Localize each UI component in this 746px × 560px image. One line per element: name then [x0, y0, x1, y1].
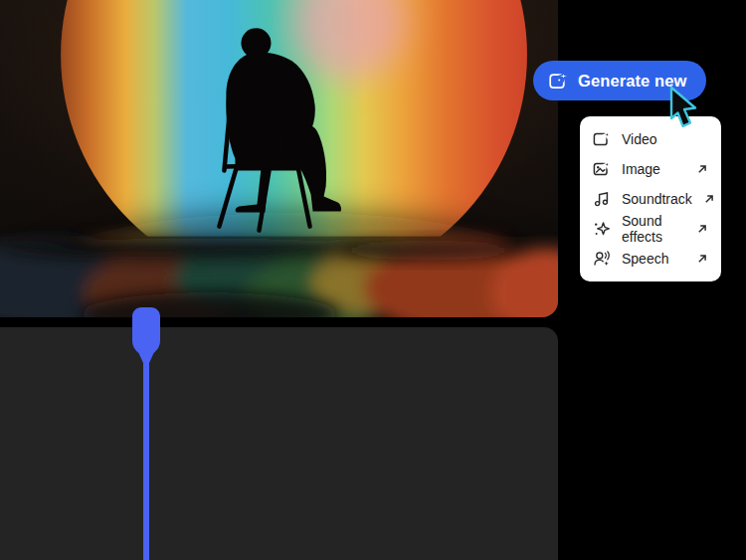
playhead-line[interactable] — [143, 362, 149, 560]
external-link-icon — [696, 163, 708, 175]
soundtrack-icon — [593, 190, 611, 208]
menu-item-soundtrack[interactable]: Soundtrack — [580, 184, 721, 214]
external-link-icon — [696, 223, 708, 235]
menu-item-label: Speech — [622, 251, 668, 267]
menu-item-image[interactable]: Image — [580, 154, 721, 184]
generate-menu: Video Image Soundtrack — [580, 116, 721, 281]
menu-item-label: Video — [622, 131, 657, 147]
timeline-panel: 00:00:29 00:05:15 025C009.mxf — [0, 327, 558, 560]
preview-frame-art — [0, 0, 558, 317]
generate-sparkle-icon — [548, 71, 569, 92]
external-link-icon — [703, 193, 715, 205]
external-link-icon — [696, 253, 708, 265]
playhead-handle[interactable] — [132, 307, 160, 365]
menu-item-label: Image — [622, 161, 660, 177]
menu-item-label: Sound effects — [622, 213, 685, 245]
menu-item-speech[interactable]: Speech — [580, 244, 721, 274]
menu-item-label: Soundtrack — [622, 191, 692, 207]
image-generate-icon — [593, 160, 611, 178]
video-preview[interactable] — [0, 0, 558, 317]
mouse-cursor — [668, 86, 702, 133]
menu-item-sound-effects[interactable]: Sound effects — [580, 214, 721, 244]
sound-effects-icon — [593, 220, 611, 238]
speech-icon — [593, 250, 611, 268]
video-generate-icon — [593, 130, 611, 148]
